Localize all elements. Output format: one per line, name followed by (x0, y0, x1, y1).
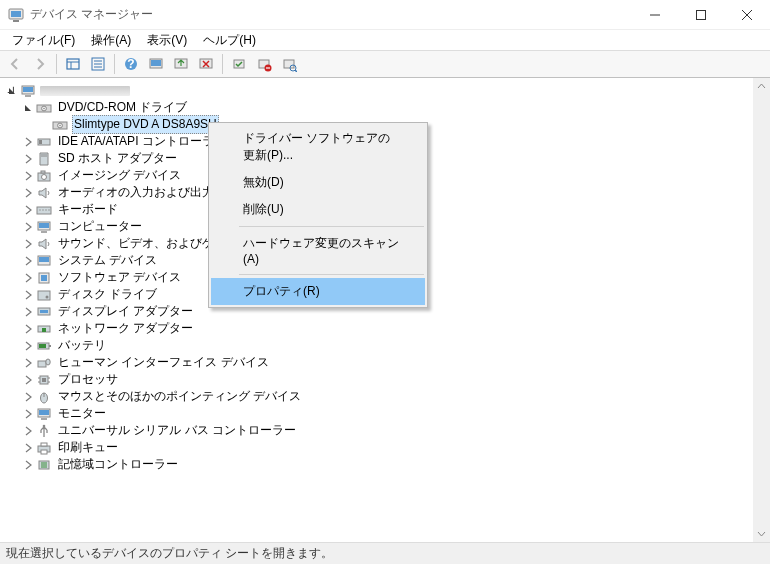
collapse-arrow-icon[interactable] (20, 219, 36, 235)
collapse-arrow-icon[interactable] (20, 304, 36, 320)
collapse-arrow-icon[interactable] (20, 253, 36, 269)
svg-point-59 (46, 295, 49, 298)
menu-view[interactable]: 表示(V) (139, 30, 195, 51)
tree-node-dvd-group[interactable]: DVD/CD-ROM ドライブ (2, 99, 770, 116)
system-device-icon (36, 253, 52, 269)
dvd-drive-icon (36, 100, 52, 116)
scroll-up-arrow[interactable] (753, 78, 770, 95)
collapse-arrow-icon[interactable] (20, 457, 36, 473)
collapse-arrow-icon[interactable] (20, 287, 36, 303)
svg-line-28 (295, 70, 297, 72)
collapse-arrow-icon[interactable] (20, 423, 36, 439)
tree-node-battery[interactable]: バッテリ (2, 337, 770, 354)
svg-rect-55 (39, 257, 49, 262)
expand-arrow-icon[interactable] (20, 100, 36, 116)
toolbar-separator (114, 54, 115, 74)
context-disable[interactable]: 無効(D) (211, 169, 425, 196)
root-label (40, 86, 130, 96)
scroll-track[interactable] (753, 95, 770, 525)
tree-node-hid[interactable]: ヒューマン インターフェイス デバイス (2, 354, 770, 371)
sd-card-icon (36, 151, 52, 167)
vertical-scrollbar[interactable] (753, 78, 770, 542)
menu-help[interactable]: ヘルプ(H) (195, 30, 264, 51)
status-text: 現在選択しているデバイスのプロパティ シートを開きます。 (6, 545, 333, 562)
toolbar: ? (0, 50, 770, 78)
tree-node-cpu[interactable]: プロセッサ (2, 371, 770, 388)
collapse-arrow-icon[interactable] (20, 151, 36, 167)
context-delete[interactable]: 削除(U) (211, 196, 425, 223)
collapse-arrow-icon[interactable] (20, 338, 36, 354)
device-tree[interactable]: DVD/CD-ROM ドライブ Slimtype DVD A DS8A9SH I… (0, 78, 770, 542)
collapse-arrow-icon[interactable] (20, 372, 36, 388)
collapse-arrow-icon[interactable] (20, 270, 36, 286)
tree-node-monitor[interactable]: モニター (2, 405, 770, 422)
svg-rect-2 (13, 20, 19, 22)
minimize-button[interactable] (632, 0, 678, 30)
printer-icon (36, 440, 52, 456)
tree-label: 記憶域コントローラー (56, 456, 180, 473)
tree-node-network[interactable]: ネットワーク アダプター (2, 320, 770, 337)
tree-node-storage[interactable]: 記憶域コントローラー (2, 456, 770, 473)
toolbar-separator (222, 54, 223, 74)
tree-label: バッテリ (56, 337, 108, 354)
status-bar: 現在選択しているデバイスのプロパティ シートを開きます。 (0, 542, 770, 564)
display-adapter-icon (36, 304, 52, 320)
usb-icon (36, 423, 52, 439)
collapse-arrow-icon[interactable] (20, 185, 36, 201)
svg-point-34 (43, 107, 45, 109)
forward-button[interactable] (28, 52, 52, 76)
collapse-arrow-icon[interactable] (20, 236, 36, 252)
disable-button[interactable] (252, 52, 276, 76)
enable-button[interactable] (227, 52, 251, 76)
uninstall-button[interactable] (194, 52, 218, 76)
dvd-drive-icon (52, 117, 68, 133)
collapse-arrow-icon[interactable] (20, 168, 36, 184)
close-button[interactable] (724, 0, 770, 30)
tree-root[interactable] (2, 82, 770, 99)
tree-label: コンピューター (56, 218, 144, 235)
properties-button[interactable] (86, 52, 110, 76)
context-menu: ドライバー ソフトウェアの更新(P)... 無効(D) 削除(U) ハードウェア… (208, 122, 428, 308)
svg-rect-31 (25, 95, 31, 97)
collapse-arrow-icon[interactable] (20, 321, 36, 337)
svg-point-50 (48, 209, 49, 210)
speaker-icon (36, 236, 52, 252)
scan-hardware-button[interactable] (277, 52, 301, 76)
svg-rect-61 (40, 310, 48, 313)
tree-label: マウスとそのほかのポインティング デバイス (56, 388, 303, 405)
collapse-arrow-icon[interactable] (20, 406, 36, 422)
collapse-arrow-icon[interactable] (20, 389, 36, 405)
context-properties[interactable]: プロパティ(R) (211, 278, 425, 305)
tree-node-print[interactable]: 印刷キュー (2, 439, 770, 456)
svg-rect-65 (49, 345, 51, 347)
svg-point-49 (45, 209, 46, 210)
software-device-icon (36, 270, 52, 286)
maximize-button[interactable] (678, 0, 724, 30)
collapse-arrow-icon[interactable] (20, 134, 36, 150)
help-button[interactable]: ? (119, 52, 143, 76)
menu-action[interactable]: 操作(A) (83, 30, 139, 51)
tree-label: ユニバーサル シリアル バス コントローラー (56, 422, 298, 439)
menu-file[interactable]: ファイル(F) (4, 30, 83, 51)
computer-icon (36, 219, 52, 235)
tree-node-usb[interactable]: ユニバーサル シリアル バス コントローラー (2, 422, 770, 439)
tree-label: ヒューマン インターフェイス デバイス (56, 354, 271, 371)
show-hidden-button[interactable] (61, 52, 85, 76)
svg-rect-82 (41, 443, 47, 446)
collapse-arrow-icon[interactable] (20, 202, 36, 218)
expand-arrow-icon[interactable] (4, 83, 20, 99)
svg-rect-39 (39, 140, 42, 144)
app-icon (8, 7, 24, 23)
scan-button[interactable] (144, 52, 168, 76)
context-scan[interactable]: ハードウェア変更のスキャン(A) (211, 230, 425, 271)
toolbar-separator (56, 54, 57, 74)
update-driver-button[interactable] (169, 52, 193, 76)
context-update-driver[interactable]: ドライバー ソフトウェアの更新(P)... (211, 125, 425, 169)
collapse-arrow-icon[interactable] (20, 355, 36, 371)
scroll-down-arrow[interactable] (753, 525, 770, 542)
tree-node-mouse[interactable]: マウスとそのほかのポインティング デバイス (2, 388, 770, 405)
storage-controller-icon (36, 457, 52, 473)
back-button[interactable] (3, 52, 27, 76)
collapse-arrow-icon[interactable] (20, 440, 36, 456)
tree-label: ソフトウェア デバイス (56, 269, 183, 286)
